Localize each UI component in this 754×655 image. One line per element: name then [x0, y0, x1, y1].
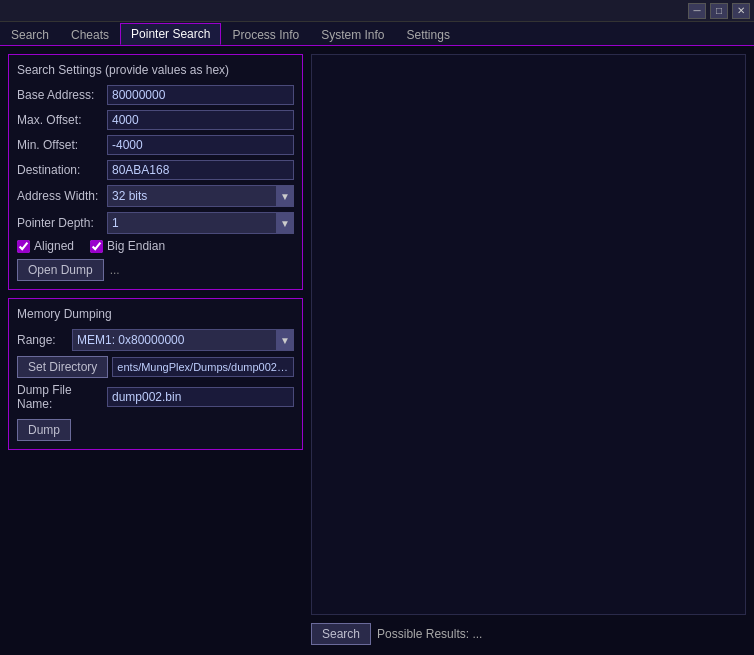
max-offset-label: Max. Offset: [17, 113, 107, 127]
pointer-depth-label: Pointer Depth: [17, 216, 107, 230]
right-panel: Search Possible Results: ... [311, 54, 746, 647]
min-offset-label: Min. Offset: [17, 138, 107, 152]
directory-input[interactable] [112, 357, 294, 377]
close-button[interactable]: ✕ [732, 3, 750, 19]
max-offset-row: Max. Offset: [17, 110, 294, 130]
tab-pointer-search[interactable]: Pointer Search [120, 23, 221, 45]
tab-settings[interactable]: Settings [396, 23, 461, 45]
big-endian-checkbox-label[interactable]: Big Endian [90, 239, 165, 253]
address-width-select-wrapper: 32 bits 64 bits ▼ [107, 185, 294, 207]
aligned-label-text: Aligned [34, 239, 74, 253]
aligned-checkbox[interactable] [17, 240, 30, 253]
tab-cheats[interactable]: Cheats [60, 23, 120, 45]
title-bar: ─ □ ✕ [0, 0, 754, 22]
left-panel: Search Settings (provide values as hex) … [8, 54, 303, 647]
checkbox-row: Aligned Big Endian [17, 239, 294, 253]
pointer-depth-select[interactable]: 1 2 3 4 5 [107, 212, 294, 234]
set-directory-button[interactable]: Set Directory [17, 356, 108, 378]
open-dump-row: Open Dump ... [17, 259, 294, 281]
tab-bar: Search Cheats Pointer Search Process Inf… [0, 22, 754, 46]
destination-label: Destination: [17, 163, 107, 177]
pointer-depth-select-wrapper: 1 2 3 4 5 ▼ [107, 212, 294, 234]
search-bar-bottom: Search Possible Results: ... [311, 621, 746, 647]
pointer-depth-row: Pointer Depth: 1 2 3 4 5 ▼ [17, 212, 294, 234]
address-width-select[interactable]: 32 bits 64 bits [107, 185, 294, 207]
possible-results-text: Possible Results: ... [377, 627, 482, 641]
open-dump-ellipsis: ... [110, 263, 120, 277]
base-address-label: Base Address: [17, 88, 107, 102]
dump-button[interactable]: Dump [17, 419, 71, 441]
range-label: Range: [17, 333, 72, 347]
dump-file-name-row: Dump File Name: [17, 383, 294, 411]
big-endian-label-text: Big Endian [107, 239, 165, 253]
main-content: Search Settings (provide values as hex) … [0, 46, 754, 655]
base-address-row: Base Address: [17, 85, 294, 105]
max-offset-input[interactable] [107, 110, 294, 130]
results-area [311, 54, 746, 615]
base-address-input[interactable] [107, 85, 294, 105]
range-row: Range: MEM1: 0x80000000 MEM2: 0x90000000… [17, 329, 294, 351]
min-offset-row: Min. Offset: [17, 135, 294, 155]
search-settings-title: Search Settings (provide values as hex) [17, 63, 294, 77]
minimize-button[interactable]: ─ [688, 3, 706, 19]
maximize-button[interactable]: □ [710, 3, 728, 19]
aligned-checkbox-label[interactable]: Aligned [17, 239, 74, 253]
destination-row: Destination: [17, 160, 294, 180]
search-settings-panel: Search Settings (provide values as hex) … [8, 54, 303, 290]
address-width-row: Address Width: 32 bits 64 bits ▼ [17, 185, 294, 207]
directory-row: Set Directory [17, 356, 294, 378]
address-width-label: Address Width: [17, 189, 107, 203]
dump-file-name-label: Dump File Name: [17, 383, 107, 411]
memory-dumping-title: Memory Dumping [17, 307, 294, 321]
search-button[interactable]: Search [311, 623, 371, 645]
tab-system-info[interactable]: System Info [310, 23, 395, 45]
title-bar-controls: ─ □ ✕ [688, 3, 750, 19]
open-dump-button[interactable]: Open Dump [17, 259, 104, 281]
big-endian-checkbox[interactable] [90, 240, 103, 253]
dump-file-name-input[interactable] [107, 387, 294, 407]
tab-process-info[interactable]: Process Info [221, 23, 310, 45]
range-select-wrapper: MEM1: 0x80000000 MEM2: 0x90000000 ▼ [72, 329, 294, 351]
tab-search[interactable]: Search [0, 23, 60, 45]
destination-input[interactable] [107, 160, 294, 180]
memory-dumping-panel: Memory Dumping Range: MEM1: 0x80000000 M… [8, 298, 303, 450]
min-offset-input[interactable] [107, 135, 294, 155]
range-select[interactable]: MEM1: 0x80000000 MEM2: 0x90000000 [72, 329, 294, 351]
